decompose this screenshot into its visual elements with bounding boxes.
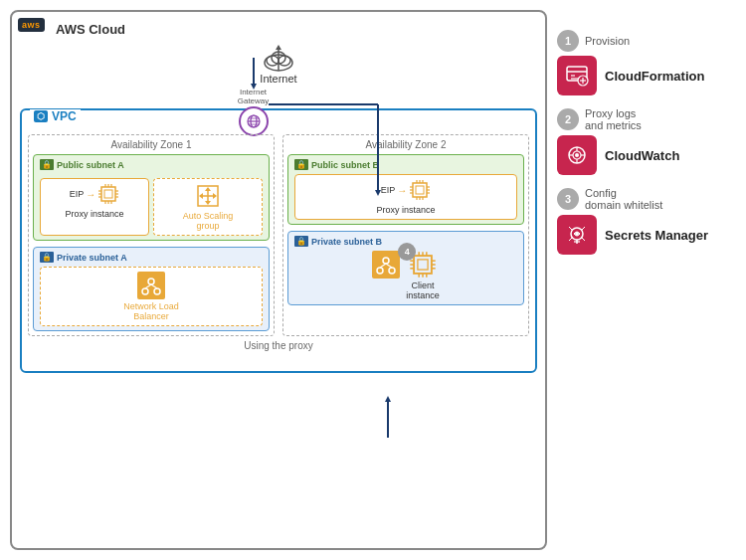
secrets-manager-name: Secrets Manager	[605, 228, 708, 243]
igw-container: InternetGateway	[238, 89, 270, 136]
svg-point-85	[575, 153, 579, 157]
public-subnet-b-icon: 🔒	[294, 159, 308, 170]
public-subnet-b-text: Public subnet B	[311, 160, 379, 170]
client-label: Clientinstance	[406, 280, 440, 300]
proxy-label-1: Proxy instance	[65, 209, 123, 219]
private-subnet-a-label: 🔒 Private subnet A	[40, 252, 263, 263]
eip-row-2: EIP →	[381, 179, 432, 201]
svg-marker-29	[205, 201, 211, 205]
az1-zone: Availability Zone 1 🔒 Public subnet A	[28, 134, 275, 336]
vpc-box: ⬡ VPC InternetGateway	[20, 108, 537, 373]
cloudformation-name: CloudFormation	[605, 69, 704, 84]
step-4-badge: 4	[398, 243, 416, 261]
private-subnet-a: 🔒 Private subnet A	[33, 247, 270, 331]
proxy-instance-2-box: EIP →	[294, 174, 517, 220]
secrets-manager-icon	[557, 215, 597, 255]
step-1-number: 1	[557, 30, 579, 52]
sm-service-row: Secrets Manager	[557, 215, 708, 255]
step-4-number: 4	[398, 243, 416, 261]
svg-marker-31	[213, 193, 217, 199]
igw-svg	[246, 113, 262, 129]
step-1-title: Provision	[585, 35, 630, 47]
cloudformation-icon	[557, 56, 597, 95]
using-proxy-label: Using the proxy	[28, 340, 529, 351]
step-3-item: 3 Configdomain whitelist Secrets Manager	[557, 187, 736, 255]
auto-scaling-label: Auto Scaling group	[183, 211, 234, 231]
nlb-label: Network Load Balancer	[123, 301, 179, 321]
public-subnet-a-text: Public subnet A	[57, 160, 124, 170]
eip-label-1: EIP	[70, 189, 85, 199]
vpc-text: VPC	[52, 109, 77, 123]
sm-svg	[564, 222, 590, 248]
nlb-icon	[137, 272, 165, 299]
step-2-item: 2 Proxy logsand metrics CloudWatch	[557, 107, 736, 175]
eip-row-1: EIP →	[70, 183, 120, 205]
step-3-number: 3	[557, 188, 579, 210]
step-3-title: Configdomain whitelist	[585, 187, 662, 211]
chip-icon-1	[97, 183, 119, 205]
svg-rect-38	[413, 183, 427, 197]
public-subnet-b-label: 🔒 Public subnet B	[294, 159, 517, 170]
cf-service-row: CloudFormation	[557, 56, 704, 95]
cloudwatch-name: CloudWatch	[605, 148, 679, 163]
svg-rect-52	[372, 251, 400, 279]
private-subnet-b-text: Private subnet B	[311, 237, 382, 247]
public-subnet-a-label: 🔒 Public subnet A	[40, 159, 263, 170]
svg-marker-28	[205, 187, 211, 191]
svg-rect-58	[414, 256, 432, 274]
proxy-label-2: Proxy instance	[376, 205, 435, 215]
public-subnet-a-icon: 🔒	[40, 159, 54, 170]
igw-label: InternetGateway	[238, 89, 270, 106]
internet-container: Internet	[260, 45, 296, 85]
arrow-icon-2: →	[397, 185, 407, 196]
aws-cloud-label: AWS Cloud	[56, 22, 537, 37]
cw-svg	[564, 142, 590, 168]
svg-marker-5	[276, 45, 281, 50]
network-node-icon	[372, 251, 400, 279]
public-subnet-b: 🔒 Public subnet B EIP →	[287, 154, 524, 225]
az2-zone: Availability Zone 2 🔒 Public subnet B EI…	[282, 134, 529, 336]
svg-rect-59	[418, 260, 428, 270]
client-instance-box: 4	[406, 251, 440, 300]
svg-rect-32	[137, 272, 165, 299]
cf-svg	[564, 63, 590, 89]
eip-label-2: EIP	[381, 185, 396, 195]
private-subnet-b-icon: 🔒	[294, 236, 308, 247]
right-panel: 1 Provision CloudFormation	[557, 10, 736, 550]
igw-icon	[239, 106, 269, 136]
az2-label: Availability Zone 2	[287, 139, 524, 150]
auto-scaling-box: Auto Scaling group	[153, 178, 263, 236]
auto-scaling-icon	[195, 183, 221, 209]
private-subnet-a-icon: 🔒	[40, 252, 54, 263]
internet-cloud-icon	[261, 45, 296, 73]
az1-label: Availability Zone 1	[33, 139, 270, 150]
svg-rect-39	[416, 186, 424, 194]
svg-rect-11	[101, 187, 115, 201]
step-2-title: Proxy logsand metrics	[585, 107, 642, 131]
chip-icon-2	[409, 179, 431, 201]
private-subnet-b: 🔒 Private subnet B	[287, 231, 524, 305]
svg-point-89	[575, 232, 579, 236]
network-node	[372, 251, 400, 279]
step-3-header: 3 Configdomain whitelist	[557, 187, 662, 211]
vpc-label: ⬡ VPC	[30, 109, 81, 123]
step-2-number: 2	[557, 108, 579, 130]
step-2-header: 2 Proxy logsand metrics	[557, 107, 642, 131]
svg-marker-30	[199, 193, 203, 199]
arrow-icon-1: →	[86, 189, 95, 200]
step-1-header: 1 Provision	[557, 30, 630, 52]
internet-label: Internet	[260, 73, 296, 85]
step-1-item: 1 Provision CloudFormation	[557, 30, 736, 95]
cloudwatch-icon	[557, 135, 597, 175]
nlb-box: Network Load Balancer	[40, 267, 263, 326]
az-row: Availability Zone 1 🔒 Public subnet A	[28, 134, 529, 336]
private-subnet-a-text: Private subnet A	[57, 253, 127, 263]
aws-logo: aws	[18, 18, 45, 32]
vpc-icon: ⬡	[34, 110, 48, 122]
svg-rect-12	[104, 190, 112, 198]
cw-service-row: CloudWatch	[557, 135, 679, 175]
proxy-instance-1-box: EIP →	[40, 178, 149, 236]
public-subnet-a: 🔒 Public subnet A EIP →	[33, 154, 270, 241]
aws-cloud-box: aws AWS Cloud Internet ⬡	[10, 10, 547, 550]
